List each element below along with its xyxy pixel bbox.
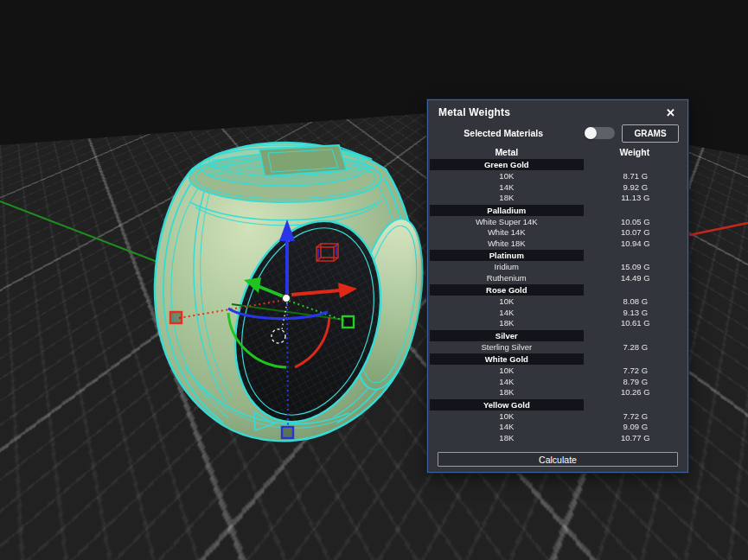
- metal-data-row[interactable]: 14K9.92 G: [430, 182, 686, 194]
- weight-cell: 10.05 G: [585, 217, 686, 228]
- metal-data-row[interactable]: Iridium15.09 G: [430, 262, 686, 273]
- metal-cell: Palladium: [430, 205, 584, 216]
- metal-cell: 10K: [430, 366, 584, 377]
- metal-cell: White 18K: [430, 239, 584, 250]
- metal-data-row[interactable]: White 14K10.07 G: [430, 227, 686, 239]
- metal-data-row[interactable]: Ruthenium14.49 G: [430, 273, 686, 284]
- grams-unit-button[interactable]: GRAMS: [622, 124, 679, 143]
- weight-cell: 8.71 G: [585, 171, 686, 182]
- metal-cell: Yellow Gold: [430, 399, 584, 410]
- metal-data-row[interactable]: White Super 14K10.05 G: [430, 217, 686, 228]
- metal-weights-table: Green Gold10K8.71 G14K9.92 G18K11.13 GPa…: [428, 159, 687, 443]
- metal-cell: Green Gold: [430, 159, 584, 170]
- selected-materials-toggle[interactable]: [585, 127, 615, 139]
- metal-data-row[interactable]: 14K9.09 G: [430, 422, 686, 433]
- weight-cell: 7.72 G: [585, 366, 686, 377]
- metal-cell: 14K: [430, 422, 584, 433]
- metal-data-row[interactable]: 18K10.61 G: [430, 318, 686, 329]
- metal-cell: Ruthenium: [430, 273, 584, 284]
- metal-cell: Platinum: [430, 250, 584, 261]
- metal-cell: 18K: [430, 433, 584, 444]
- metal-cell: 10K: [430, 411, 584, 423]
- metal-group-row[interactable]: Rose Gold: [430, 284, 686, 296]
- app-window: Metal Weights ✕ Selected Materials GRAMS…: [0, 0, 748, 560]
- metal-cell: White Super 14K: [430, 217, 584, 228]
- metal-cell: 18K: [430, 387, 584, 398]
- weight-cell: 9.13 G: [585, 308, 686, 319]
- metal-cell: 14K: [430, 308, 584, 319]
- metal-data-row[interactable]: 18K10.26 G: [430, 387, 686, 398]
- toggle-knob: [585, 127, 597, 139]
- metal-cell: Rose Gold: [430, 284, 584, 296]
- panel-controls-row: Selected Materials GRAMS: [428, 122, 687, 144]
- weight-cell: 10.26 G: [585, 387, 686, 398]
- metal-cell: Silver: [430, 330, 584, 341]
- metal-data-row[interactable]: 10K8.71 G: [430, 171, 686, 182]
- selected-materials-label: Selected Materials: [464, 128, 543, 138]
- metal-group-row[interactable]: Platinum: [430, 250, 686, 261]
- metal-data-row[interactable]: 18K11.13 G: [430, 193, 686, 204]
- weight-cell: 7.28 G: [585, 342, 686, 353]
- metal-data-row[interactable]: 18K10.77 G: [430, 433, 686, 444]
- metal-cell: 10K: [430, 296, 584, 308]
- metal-cell: Sterling Silver: [430, 342, 584, 353]
- metal-data-row[interactable]: 14K8.79 G: [430, 377, 686, 388]
- weight-cell: 10.07 G: [585, 227, 686, 239]
- metal-cell: 14K: [430, 182, 584, 194]
- close-icon[interactable]: ✕: [664, 107, 677, 118]
- metal-cell: White 14K: [430, 227, 584, 239]
- weight-cell: 8.79 G: [585, 377, 686, 388]
- metal-data-row[interactable]: 10K8.08 G: [430, 296, 686, 308]
- panel-header[interactable]: Metal Weights ✕: [428, 100, 687, 121]
- metal-cell: 14K: [430, 377, 584, 388]
- weight-cell: 11.13 G: [585, 193, 686, 204]
- metal-group-row[interactable]: Green Gold: [430, 159, 686, 170]
- weight-cell: 8.08 G: [585, 296, 686, 308]
- metal-group-row[interactable]: White Gold: [430, 353, 686, 365]
- weight-cell: 15.09 G: [585, 262, 686, 273]
- metal-group-row[interactable]: Palladium: [430, 205, 686, 216]
- metal-data-row[interactable]: 10K7.72 G: [430, 366, 686, 377]
- metal-cell: Iridium: [430, 262, 584, 273]
- metal-data-row[interactable]: 10K7.72 G: [430, 411, 686, 423]
- weight-cell: 10.77 G: [585, 433, 686, 444]
- metal-weights-panel: Metal Weights ✕ Selected Materials GRAMS…: [427, 99, 688, 473]
- metal-group-row[interactable]: Yellow Gold: [430, 399, 686, 410]
- weight-cell: 9.92 G: [585, 182, 686, 194]
- weight-cell: 9.09 G: [585, 422, 686, 433]
- metal-cell: White Gold: [430, 353, 584, 365]
- calculate-button[interactable]: Calculate: [438, 452, 678, 467]
- metal-group-row[interactable]: Silver: [430, 330, 686, 341]
- metal-data-row[interactable]: 14K9.13 G: [430, 308, 686, 319]
- metal-cell: 10K: [430, 171, 584, 182]
- metal-data-row[interactable]: Sterling Silver7.28 G: [430, 342, 686, 353]
- weight-column-header: Weight: [584, 147, 686, 157]
- table-column-headers: Metal Weight: [428, 145, 687, 158]
- weight-cell: 10.61 G: [585, 318, 686, 329]
- viewport-grid-floor: [0, 0, 748, 100]
- metal-cell: 18K: [430, 318, 584, 329]
- metal-data-row[interactable]: White 18K10.94 G: [430, 239, 686, 250]
- weight-cell: 7.72 G: [585, 411, 686, 423]
- metal-column-header: Metal: [430, 147, 584, 157]
- panel-title: Metal Weights: [438, 106, 510, 118]
- weight-cell: 14.49 G: [585, 273, 686, 284]
- weight-cell: 10.94 G: [585, 239, 686, 250]
- metal-cell: 18K: [430, 193, 584, 204]
